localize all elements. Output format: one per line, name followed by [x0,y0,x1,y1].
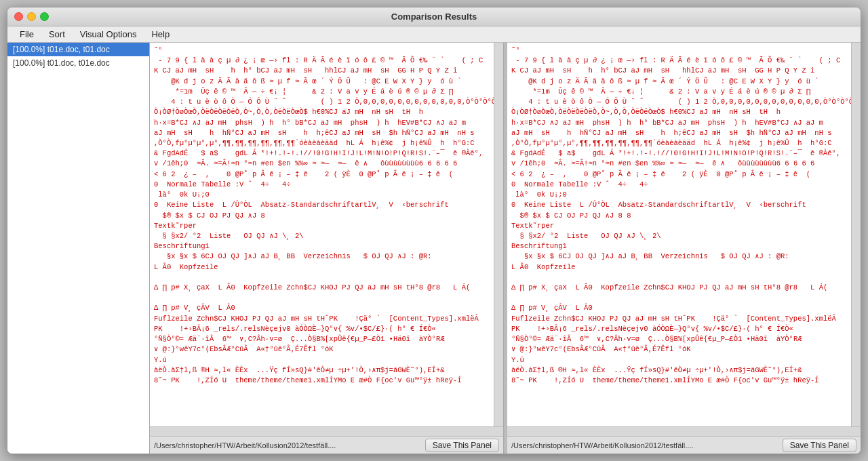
traffic-lights [14,12,49,21]
right-save-panel-button[interactable]: Save This Panel [783,439,856,452]
right-panel-footer: /Users/christopher/HTW/Arbeit/Kollusion2… [507,436,861,454]
right-diff-content[interactable]: ˜° - 7 9 { l à à ç µ ∂ ¿ ¡ œ —› fl : R Ä… [507,43,851,426]
left-panel-footer: /Users/christopher/HTW/Arbeit/Kollusion2… [150,436,503,454]
menu-visual-options[interactable]: Visual Options [73,28,144,41]
left-save-panel-button[interactable]: Save This Panel [425,439,499,452]
right-vscroll[interactable] [851,43,861,426]
left-diff-wrapper: ˜° - 7 9 { l à à ç µ ∂ ¿ ¡ œ —› fl : R Ä… [150,43,503,426]
left-panel-path: /Users/christopher/HTW/Arbeit/Kollusion2… [154,441,336,449]
file-item-1[interactable]: [100.0%] t01.doc, t01e.doc [7,56,149,70]
window-title: Comparison Results [391,12,477,22]
right-panel-path: /Users/christopher/HTW/Arbeit/Kollusion2… [511,441,693,449]
main-window: Comparison Results File Sort Visual Opti… [7,7,861,454]
left-hscroll[interactable] [150,426,503,436]
left-vscroll[interactable] [494,43,503,426]
menu-file[interactable]: File [13,28,41,41]
title-bar: Comparison Results [7,7,861,26]
minimize-button[interactable] [27,12,36,21]
file-list: [100.0%] t01e.doc, t01.doc [100.0%] t01.… [7,43,150,454]
panels-container: ˜° - 7 9 { l à à ç µ ∂ ¿ ¡ œ —› fl : R Ä… [150,43,861,454]
menu-bar: File Sort Visual Options Help [7,26,861,43]
file-item-0[interactable]: [100.0%] t01e.doc, t01.doc [7,43,149,56]
right-diff-wrapper: ˜° - 7 9 { l à à ç µ ∂ ¿ ¡ œ —› fl : R Ä… [507,43,861,426]
maximize-button[interactable] [40,12,49,21]
menu-help[interactable]: Help [144,28,176,41]
menu-sort[interactable]: Sort [42,28,72,41]
right-hscroll[interactable] [507,426,861,436]
left-panel: ˜° - 7 9 { l à à ç µ ∂ ¿ ¡ œ —› fl : R Ä… [150,43,504,454]
right-panel: ˜° - 7 9 { l à à ç µ ∂ ¿ ¡ œ —› fl : R Ä… [507,43,861,454]
close-button[interactable] [14,12,23,21]
main-content: [100.0%] t01e.doc, t01.doc [100.0%] t01.… [7,43,861,454]
left-diff-content[interactable]: ˜° - 7 9 { l à à ç µ ∂ ¿ ¡ œ —› fl : R Ä… [150,43,494,426]
